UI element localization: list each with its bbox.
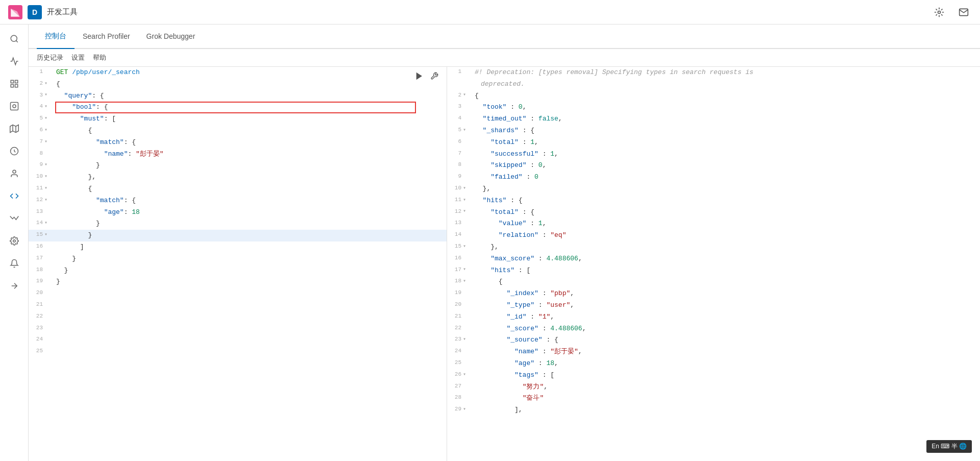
- response-line[interactable]: 16 "max_score" : 4.488606,: [447, 253, 980, 265]
- response-line[interactable]: 28 "奋斗": [447, 393, 980, 404]
- run-button[interactable]: [413, 70, 425, 82]
- tab-profiler[interactable]: Search Profiler: [75, 25, 138, 49]
- response-line[interactable]: 9 "failed" : 0: [447, 172, 980, 183]
- line-content[interactable]: "match": {: [54, 195, 447, 207]
- line-content[interactable]: {: [54, 125, 447, 137]
- sidebar-item-devtools[interactable]: [4, 186, 24, 206]
- response-line[interactable]: 27 "努力",: [447, 381, 980, 393]
- line-content[interactable]: "must": [: [54, 113, 447, 125]
- sidebar-item-monitoring[interactable]: [4, 208, 24, 229]
- settings-icon-btn[interactable]: [931, 4, 947, 20]
- fold-arrow[interactable]: ▾: [461, 207, 468, 215]
- response-line[interactable]: 20 "_type" : "user",: [447, 300, 980, 311]
- fold-arrow[interactable]: ▾: [43, 196, 49, 204]
- fold-arrow[interactable]: ▾: [461, 405, 468, 414]
- line-content[interactable]: "relation" : "eq": [473, 230, 980, 241]
- editor-line[interactable]: 11▾ {: [29, 183, 447, 195]
- fold-arrow[interactable]: ▾: [43, 103, 49, 111]
- line-content[interactable]: "match": {: [54, 137, 447, 149]
- line-content[interactable]: "hits" : [: [473, 265, 980, 277]
- fold-arrow[interactable]: ▾: [43, 91, 49, 99]
- fold-arrow[interactable]: ▾: [461, 265, 468, 274]
- wrench-button[interactable]: [428, 70, 440, 82]
- response-line[interactable]: 11▾ "hits" : {: [447, 195, 980, 207]
- response-line[interactable]: 10▾ },: [447, 183, 980, 195]
- line-content[interactable]: [54, 288, 447, 300]
- mail-icon-btn[interactable]: [955, 4, 972, 20]
- history-button[interactable]: 历史记录: [37, 53, 63, 62]
- line-content[interactable]: "total" : {: [473, 207, 980, 219]
- editor-line[interactable]: 17 }: [29, 253, 447, 265]
- line-content[interactable]: },: [473, 241, 980, 253]
- line-content[interactable]: "timed_out" : false,: [473, 113, 980, 125]
- line-content[interactable]: "_shards" : {: [473, 125, 980, 137]
- fold-arrow[interactable]: ▾: [461, 184, 468, 192]
- response-line[interactable]: 4 "timed_out" : false,: [447, 113, 980, 125]
- editor-line[interactable]: 24: [29, 334, 447, 346]
- editor-line[interactable]: 4▾ "bool": {: [29, 102, 447, 113]
- editor-line[interactable]: 23: [29, 323, 447, 335]
- tab-console[interactable]: 控制台: [37, 25, 75, 49]
- line-content[interactable]: ],: [473, 404, 980, 416]
- line-content[interactable]: "_source" : {: [473, 334, 980, 346]
- fold-arrow[interactable]: ▾: [43, 161, 49, 169]
- line-content[interactable]: }: [54, 218, 447, 230]
- editor-line[interactable]: 9▾ }: [29, 160, 447, 172]
- fold-arrow[interactable]: ▾: [461, 126, 468, 134]
- line-content[interactable]: "_index" : "pbp",: [473, 288, 980, 300]
- editor-line[interactable]: 18 }: [29, 265, 447, 277]
- response-line[interactable]: 12▾ "total" : {: [447, 207, 980, 219]
- line-content[interactable]: "tags" : [: [473, 370, 980, 381]
- line-content[interactable]: deprecated.: [473, 79, 980, 90]
- response-line[interactable]: 15▾ },: [447, 241, 980, 253]
- line-content[interactable]: "奋斗": [473, 393, 980, 404]
- editor-line[interactable]: 3▾ "query": {: [29, 90, 447, 102]
- line-content[interactable]: }: [54, 160, 447, 172]
- line-content[interactable]: [54, 334, 447, 346]
- response-line[interactable]: 22 "_score" : 4.488606,: [447, 323, 980, 335]
- response-line[interactable]: 29▾ ],: [447, 404, 980, 416]
- editor-line[interactable]: 21: [29, 300, 447, 311]
- response-line[interactable]: 2▾{: [447, 90, 980, 102]
- sidebar-item-maps[interactable]: [4, 118, 24, 139]
- editor-line[interactable]: 15▾ }: [29, 230, 447, 241]
- line-content[interactable]: "age" : 18,: [473, 358, 980, 370]
- line-content[interactable]: #! Deprecation: [types removal] Specifyi…: [473, 67, 980, 79]
- fold-arrow[interactable]: ▾: [43, 114, 49, 123]
- line-content[interactable]: [54, 300, 447, 311]
- response-line[interactable]: 26▾ "tags" : [: [447, 370, 980, 381]
- fold-arrow[interactable]: ▾: [43, 184, 49, 192]
- line-content[interactable]: "name" : "彭于晏",: [473, 346, 980, 358]
- line-content[interactable]: "query": {: [54, 90, 447, 102]
- sidebar-item-ml[interactable]: [4, 141, 24, 161]
- response-line[interactable]: 6 "total" : 1,: [447, 137, 980, 149]
- response-line[interactable]: 1#! Deprecation: [types removal] Specify…: [447, 67, 980, 79]
- line-content[interactable]: }: [54, 276, 447, 288]
- editor-line[interactable]: 20: [29, 288, 447, 300]
- fold-arrow[interactable]: ▾: [43, 173, 49, 181]
- editor-line[interactable]: 8 "name": "彭于晏": [29, 149, 447, 160]
- line-content[interactable]: "_score" : 4.488606,: [473, 323, 980, 335]
- line-content[interactable]: "skipped" : 0,: [473, 160, 980, 172]
- line-content[interactable]: "successful" : 1,: [473, 149, 980, 160]
- fold-arrow[interactable]: ▾: [461, 196, 468, 204]
- line-content[interactable]: "total" : 1,: [473, 137, 980, 149]
- line-content[interactable]: [54, 323, 447, 335]
- editor-line[interactable]: 12▾ "match": {: [29, 195, 447, 207]
- response-code-area[interactable]: 1#! Deprecation: [types removal] Specify…: [447, 67, 980, 461]
- line-content[interactable]: "name": "彭于晏": [54, 149, 447, 160]
- sidebar-item-arrow[interactable]: [4, 276, 24, 296]
- line-content[interactable]: GET /pbp/user/_search: [54, 67, 447, 79]
- line-content[interactable]: }: [54, 265, 447, 277]
- response-line[interactable]: 18▾ {: [447, 276, 980, 288]
- editor-line[interactable]: 13 "age": 18: [29, 207, 447, 219]
- line-content[interactable]: [54, 311, 447, 323]
- line-content[interactable]: {: [473, 90, 980, 102]
- editor-line[interactable]: 2▾{: [29, 79, 447, 90]
- editor-line[interactable]: 14▾ }: [29, 218, 447, 230]
- sidebar-item-dashboard[interactable]: [4, 74, 24, 94]
- fold-arrow[interactable]: ▾: [43, 219, 49, 227]
- fold-arrow[interactable]: ▾: [461, 335, 468, 344]
- response-line[interactable]: 21 "_id" : "1",: [447, 311, 980, 323]
- editor-line[interactable]: 10▾ },: [29, 172, 447, 183]
